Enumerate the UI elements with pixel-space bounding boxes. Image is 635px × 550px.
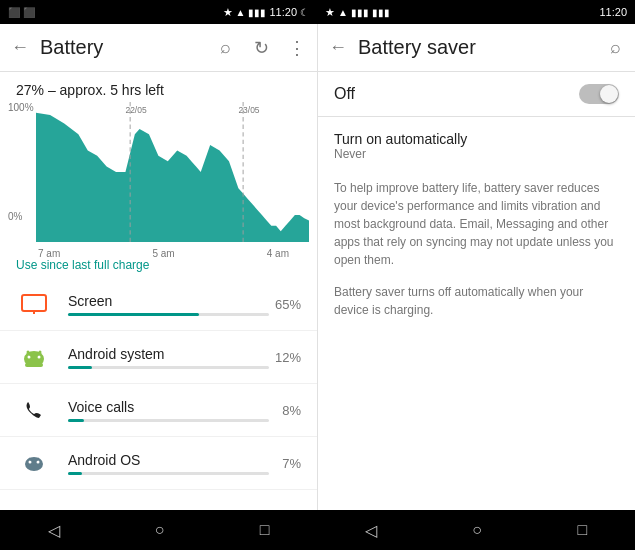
battery-item-os: Android OS 7% bbox=[0, 437, 317, 490]
battery-item-screen: Screen 65% bbox=[0, 278, 317, 331]
nav-back-left[interactable]: ◁ bbox=[48, 521, 60, 540]
battery-icon-right: ▮▮▮ bbox=[372, 7, 390, 18]
os-percent: 7% bbox=[269, 456, 301, 471]
nav-recent-left[interactable]: □ bbox=[260, 521, 270, 539]
battery-chart: 100% 0% 22/05 23/05 7 am 5 am 4 am bbox=[0, 102, 317, 252]
screen-bar-wrap bbox=[68, 313, 269, 316]
chart-y-bottom: 0% bbox=[8, 211, 34, 222]
nav-recent-right[interactable]: □ bbox=[578, 521, 588, 539]
status-icons-right: ★ ▲ ▮▮▮ ▮▮▮ bbox=[325, 6, 390, 19]
signal-icon-right: ▮▮▮ bbox=[351, 7, 369, 18]
nav-bar-left: ◁ ○ □ bbox=[0, 510, 317, 550]
battery-summary: 27% – approx. 5 hrs left bbox=[0, 72, 317, 102]
time-right: 11:20 bbox=[599, 6, 627, 18]
status-icons-left: ⬛ ⬛ bbox=[8, 7, 35, 18]
chart-x-5am: 5 am bbox=[152, 248, 174, 259]
status-bar-left: ⬛ ⬛ ★ ▲ ▮▮▮ 11:20 ☾ bbox=[0, 6, 317, 19]
nav-home-right[interactable]: ○ bbox=[472, 521, 482, 539]
phone-icon bbox=[16, 392, 52, 428]
nav-back-right[interactable]: ◁ bbox=[365, 521, 377, 540]
voice-percent: 8% bbox=[269, 403, 301, 418]
screen-name: Screen bbox=[68, 293, 269, 309]
battery-items-list: Screen 65% bbox=[0, 278, 317, 510]
svg-marker-0 bbox=[36, 113, 309, 242]
svg-point-16 bbox=[25, 457, 43, 471]
screen-info: Screen bbox=[68, 293, 269, 316]
os-name: Android OS bbox=[68, 452, 269, 468]
saver-toggle-row: Off bbox=[318, 72, 635, 117]
main-content: ← Battery ⌕ ↻ ⋮ 27% – approx. 5 hrs left… bbox=[0, 24, 635, 510]
saver-toggle-switch[interactable] bbox=[579, 84, 619, 104]
status-bar-right: ★ ▲ ▮▮▮ ▮▮▮ 11:20 bbox=[317, 6, 635, 19]
description-2: Battery saver turns off automatically wh… bbox=[318, 283, 635, 333]
battery-item-voice: Voice calls 8% bbox=[0, 384, 317, 437]
android-info: Android system bbox=[68, 346, 269, 369]
voice-info: Voice calls bbox=[68, 399, 269, 422]
os-bar bbox=[68, 472, 82, 475]
auto-toggle-subtitle: Never bbox=[334, 147, 619, 161]
auto-toggle-title: Turn on automatically bbox=[334, 131, 619, 147]
back-button-left[interactable]: ← bbox=[8, 36, 32, 60]
saver-toolbar: ← Battery saver ⌕ bbox=[318, 24, 635, 72]
chart-x-4am: 4 am bbox=[267, 248, 289, 259]
time-left: 11:20 bbox=[269, 6, 297, 18]
moon-icon: ☾ bbox=[300, 7, 309, 18]
wifi-icon-left: ▲ bbox=[236, 7, 246, 18]
left-panel: ← Battery ⌕ ↻ ⋮ 27% – approx. 5 hrs left… bbox=[0, 24, 317, 510]
svg-rect-15 bbox=[25, 363, 43, 367]
battery-chart-svg: 22/05 23/05 bbox=[36, 102, 309, 242]
back-button-right[interactable]: ← bbox=[326, 36, 350, 60]
more-button[interactable]: ⋮ bbox=[285, 36, 309, 60]
android-bar bbox=[68, 366, 92, 369]
wifi-icon-right: ▲ bbox=[338, 7, 348, 18]
android-os-icon bbox=[16, 445, 52, 481]
saver-title: Battery saver bbox=[358, 36, 603, 59]
star-icon-left: ★ bbox=[223, 6, 233, 19]
bottom-nav-bars: ◁ ○ □ ◁ ○ □ bbox=[0, 510, 635, 550]
description-1: To help improve battery life, battery sa… bbox=[318, 165, 635, 283]
screen-bar bbox=[68, 313, 199, 316]
os-bar-wrap bbox=[68, 472, 269, 475]
voice-bar bbox=[68, 419, 84, 422]
svg-point-13 bbox=[27, 351, 30, 354]
svg-rect-5 bbox=[22, 295, 46, 311]
search-button[interactable]: ⌕ bbox=[213, 36, 237, 60]
svg-point-14 bbox=[39, 351, 42, 354]
android-name: Android system bbox=[68, 346, 269, 362]
chart-x-labels: 7 am 5 am 4 am bbox=[8, 246, 309, 259]
status-icons-right-left: ★ ▲ ▮▮▮ 11:20 ☾ bbox=[223, 6, 309, 19]
svg-text:23/05: 23/05 bbox=[238, 104, 259, 115]
screen-percent: 65% bbox=[269, 297, 301, 312]
status-bar: ⬛ ⬛ ★ ▲ ▮▮▮ 11:20 ☾ ★ ▲ ▮▮▮ ▮▮▮ 11:20 bbox=[0, 0, 635, 24]
auto-toggle-row[interactable]: Turn on automatically Never bbox=[318, 117, 635, 165]
os-info: Android OS bbox=[68, 452, 269, 475]
android-percent: 12% bbox=[269, 350, 301, 365]
saver-search-button[interactable]: ⌕ bbox=[603, 36, 627, 60]
star-icon-right: ★ bbox=[325, 6, 335, 19]
voice-name: Voice calls bbox=[68, 399, 269, 415]
battery-toolbar: ← Battery ⌕ ↻ ⋮ bbox=[0, 24, 317, 72]
nav-bar-right: ◁ ○ □ bbox=[317, 510, 635, 550]
android-bar-wrap bbox=[68, 366, 269, 369]
chart-y-labels: 100% 0% bbox=[8, 102, 34, 222]
toolbar-icons: ⌕ ↻ ⋮ bbox=[213, 36, 309, 60]
chart-y-top: 100% bbox=[8, 102, 34, 113]
refresh-button[interactable]: ↻ bbox=[249, 36, 273, 60]
saver-toggle-label: Off bbox=[334, 85, 579, 103]
notification-icon: ⬛ bbox=[8, 7, 20, 18]
nav-home-left[interactable]: ○ bbox=[155, 521, 165, 539]
battery-icon-left: ▮▮▮ bbox=[248, 7, 266, 18]
voice-bar-wrap bbox=[68, 419, 269, 422]
android-icon bbox=[16, 339, 52, 375]
chart-x-7am: 7 am bbox=[38, 248, 60, 259]
battery-item-android: Android system 12% bbox=[0, 331, 317, 384]
right-panel: ← Battery saver ⌕ Off Turn on automatica… bbox=[317, 24, 635, 510]
battery-title: Battery bbox=[40, 36, 213, 59]
svg-text:22/05: 22/05 bbox=[125, 104, 146, 115]
sim-icon: ⬛ bbox=[23, 7, 35, 18]
screen-icon bbox=[16, 286, 52, 322]
